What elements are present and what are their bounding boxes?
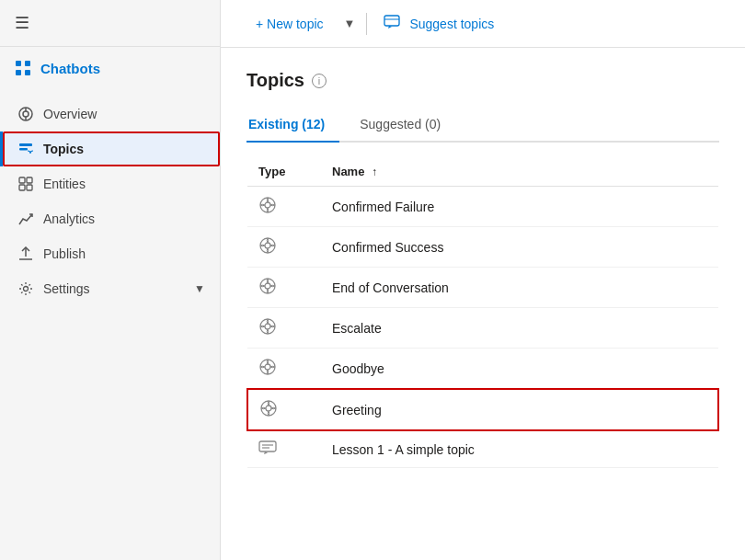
user-topic-icon — [258, 440, 277, 455]
suggest-topics-button[interactable]: Suggest topics — [371, 9, 507, 38]
page-title-row: Topics i — [246, 70, 719, 91]
type-cell — [247, 308, 321, 349]
name-cell: Escalate — [321, 308, 718, 349]
sidebar-item-topics[interactable]: Topics — [0, 131, 220, 166]
system-topic-icon — [258, 358, 277, 376]
table-row[interactable]: Lesson 1 - A simple topic — [247, 430, 718, 468]
svg-point-26 — [265, 324, 270, 329]
name-cell: End of Conversation — [321, 268, 718, 308]
table-row[interactable]: End of Conversation — [247, 268, 718, 308]
system-topic-icon — [258, 277, 277, 295]
col-name-header[interactable]: Name ↑ — [321, 157, 718, 187]
name-cell: Confirmed Success — [321, 227, 718, 268]
svg-rect-9 — [19, 148, 28, 151]
entities-icon — [17, 176, 34, 192]
tab-suggested[interactable]: Suggested (0) — [358, 109, 455, 143]
info-icon[interactable]: i — [312, 74, 327, 88]
sidebar: ☰ Chatbots Overview — [0, 0, 221, 560]
system-topic-icon — [258, 196, 277, 214]
col-type-header: Type — [247, 157, 321, 187]
type-cell — [247, 227, 321, 268]
tab-suggested-label: Suggested (0) — [360, 117, 441, 131]
topics-icon — [17, 141, 34, 157]
svg-point-28 — [265, 364, 270, 370]
content-area: Topics i Existing (12) Suggested (0) Typ… — [221, 48, 745, 560]
hamburger-icon[interactable]: ☰ — [15, 13, 29, 33]
type-cell — [247, 430, 321, 468]
sidebar-item-publish[interactable]: Publish — [0, 236, 220, 271]
entities-label: Entities — [43, 177, 205, 191]
new-topic-button[interactable]: + New topic — [243, 11, 337, 37]
svg-rect-1 — [25, 61, 30, 66]
toolbar: + New topic ▼ Suggest topics — [221, 0, 745, 48]
type-cell — [247, 268, 321, 308]
suggest-topics-label: Suggest topics — [409, 17, 494, 31]
settings-chevron-icon: ▼ — [194, 282, 205, 295]
topics-table: Type Name ↑ — [246, 157, 719, 468]
svg-rect-13 — [27, 185, 32, 190]
new-topic-dropdown-button[interactable]: ▼ — [337, 11, 363, 36]
table-row[interactable]: Confirmed Success — [247, 227, 718, 268]
name-cell: Confirmed Failure — [321, 187, 718, 227]
svg-rect-2 — [16, 70, 21, 75]
svg-rect-3 — [25, 70, 30, 75]
analytics-icon — [17, 211, 34, 227]
svg-point-30 — [266, 406, 271, 411]
svg-rect-17 — [384, 16, 399, 26]
table-header: Type Name ↑ — [247, 157, 718, 187]
table-body: Confirmed Failure — [247, 187, 718, 468]
page-title: Topics — [246, 70, 304, 91]
svg-point-24 — [265, 283, 270, 289]
svg-point-22 — [265, 243, 270, 248]
sort-asc-icon: ↑ — [372, 166, 377, 178]
suggest-topics-icon — [384, 15, 404, 32]
toolbar-divider — [366, 13, 367, 35]
svg-rect-8 — [19, 143, 32, 146]
analytics-label: Analytics — [43, 211, 205, 226]
table-row[interactable]: Confirmed Failure — [247, 187, 718, 227]
svg-point-16 — [24, 287, 29, 291]
settings-label: Settings — [43, 281, 185, 296]
topics-label: Topics — [43, 142, 205, 156]
tabs: Existing (12) Suggested (0) — [246, 109, 719, 143]
name-cell: Lesson 1 - A simple topic — [321, 430, 718, 468]
tab-existing-label: Existing (12) — [248, 117, 325, 131]
svg-rect-31 — [259, 441, 276, 451]
svg-rect-12 — [19, 185, 25, 190]
svg-point-5 — [23, 111, 29, 117]
sidebar-item-analytics[interactable]: Analytics — [0, 201, 220, 236]
type-cell — [247, 389, 321, 430]
type-cell — [247, 187, 321, 227]
table-row[interactable]: Escalate — [247, 308, 718, 349]
overview-icon — [17, 106, 34, 122]
new-topic-label: + New topic — [256, 17, 324, 31]
chatbots-icon — [15, 60, 31, 76]
overview-label: Overview — [43, 107, 205, 121]
svg-rect-0 — [16, 61, 21, 66]
svg-point-20 — [265, 202, 270, 208]
table-row[interactable]: Goodbye — [247, 349, 718, 390]
system-topic-icon — [258, 236, 277, 255]
system-topic-icon — [258, 317, 277, 336]
main-panel: + New topic ▼ Suggest topics Topics i — [221, 0, 745, 560]
publish-label: Publish — [43, 246, 205, 261]
type-cell — [247, 349, 321, 390]
sidebar-item-overview[interactable]: Overview — [0, 97, 220, 131]
sidebar-item-chatbots[interactable]: Chatbots — [0, 47, 220, 89]
svg-rect-11 — [27, 177, 32, 183]
sidebar-item-entities[interactable]: Entities — [0, 166, 220, 201]
svg-rect-10 — [19, 177, 25, 183]
tab-existing[interactable]: Existing (12) — [246, 109, 339, 143]
table-row-greeting[interactable]: Greeting — [247, 389, 718, 430]
settings-icon — [17, 280, 34, 297]
info-char: i — [318, 75, 320, 86]
sidebar-nav: Overview Topics — [0, 89, 220, 560]
chatbots-label: Chatbots — [40, 61, 100, 76]
publish-icon — [17, 246, 34, 262]
name-cell: Goodbye — [321, 349, 718, 390]
sidebar-header: ☰ — [0, 0, 220, 47]
name-cell: Greeting — [321, 389, 718, 430]
system-topic-icon — [259, 399, 278, 417]
sidebar-item-settings[interactable]: Settings ▼ — [0, 271, 220, 306]
